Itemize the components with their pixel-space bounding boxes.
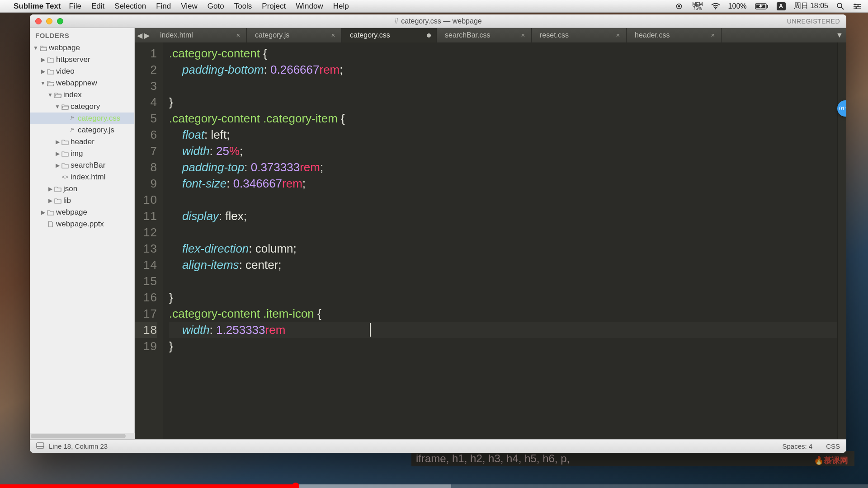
disclosure-triangle-icon[interactable]: ▶	[47, 197, 53, 204]
disclosure-triangle-icon[interactable]: ▶	[40, 68, 46, 75]
playhead-knob[interactable]	[292, 483, 299, 488]
menu-tools[interactable]: Tools	[234, 2, 252, 11]
tab-category-js[interactable]: category.js×	[247, 28, 342, 42]
code-line[interactable]: }	[169, 94, 837, 110]
code-line[interactable]: display: flex;	[169, 208, 837, 224]
code-line[interactable]: flex-direction: column;	[169, 240, 837, 257]
close-tab-icon[interactable]: ×	[709, 31, 717, 38]
disclosure-triangle-icon[interactable]: ▼	[40, 80, 46, 86]
tab-overflow-menu[interactable]: ▼	[833, 28, 846, 42]
menu-goto[interactable]: Goto	[208, 2, 224, 11]
code-area[interactable]: .category-content { padding-bottom: 0.26…	[163, 42, 837, 439]
code-line[interactable]: align-items: center;	[169, 257, 837, 273]
disclosure-triangle-icon[interactable]: ▶	[40, 56, 46, 63]
tree-item-category[interactable]: ▼category	[30, 101, 134, 113]
scrollbar-thumb[interactable]	[31, 434, 126, 438]
memory-indicator[interactable]: MEM75%	[692, 2, 703, 10]
tree-item-webappnew[interactable]: ▼webappnew	[30, 77, 134, 89]
tree-item-index[interactable]: ▼index	[30, 89, 134, 101]
menu-selection[interactable]: Selection	[114, 2, 146, 11]
menu-find[interactable]: Find	[156, 2, 171, 11]
clock[interactable]: 周日 18:05	[794, 1, 828, 11]
close-tab-icon[interactable]: ×	[235, 31, 242, 38]
line-number[interactable]: 7	[135, 143, 157, 159]
line-number[interactable]: 16	[135, 289, 157, 305]
code-line[interactable]: .category-content .item-icon {	[169, 305, 837, 322]
close-tab-icon[interactable]: ×	[519, 31, 527, 38]
tree-item-webpage[interactable]: ▼webpage	[30, 42, 134, 54]
menu-view[interactable]: View	[181, 2, 198, 11]
line-number[interactable]: 13	[135, 240, 157, 257]
line-number[interactable]: 14	[135, 257, 157, 273]
code-line[interactable]: }	[169, 289, 837, 305]
code-line[interactable]: padding-top: 0.373333rem;	[169, 159, 837, 175]
close-tab-icon[interactable]: ×	[330, 31, 337, 38]
tree-item-index-html[interactable]: <>index.html	[30, 171, 134, 183]
tree-item-json[interactable]: ▶json	[30, 183, 134, 195]
line-number[interactable]: 9	[135, 175, 157, 192]
line-number[interactable]: 11	[135, 208, 157, 224]
close-tab-icon[interactable]: ×	[614, 31, 622, 38]
disclosure-triangle-icon[interactable]: ▶	[54, 162, 61, 169]
line-number[interactable]: 10	[135, 192, 157, 208]
code-line[interactable]: .category-content {	[169, 45, 837, 61]
tab-searchBar-css[interactable]: searchBar.css×	[437, 28, 532, 42]
code-line[interactable]	[169, 192, 837, 208]
tree-item-video[interactable]: ▶video	[30, 66, 134, 77]
tree-item-httpserver[interactable]: ▶httpserver	[30, 54, 134, 66]
tree-item-header[interactable]: ▶header	[30, 136, 134, 148]
line-number[interactable]: 15	[135, 273, 157, 289]
menu-edit[interactable]: Edit	[91, 2, 104, 11]
code-line[interactable]: font-size: 0.346667rem;	[169, 175, 837, 192]
control-center-icon[interactable]	[853, 3, 862, 9]
menu-file[interactable]: File	[69, 2, 81, 11]
code-line[interactable]: width: 25%;	[169, 143, 837, 159]
menu-help[interactable]: Help	[333, 2, 349, 11]
syntax-setting[interactable]: CSS	[826, 442, 840, 450]
line-number[interactable]: 17	[135, 305, 157, 322]
battery-icon[interactable]	[755, 3, 769, 9]
disclosure-triangle-icon[interactable]: ▶	[40, 209, 46, 216]
indentation-setting[interactable]: Spaces: 4	[782, 442, 812, 450]
line-number[interactable]: 19	[135, 338, 157, 354]
tab-category-css[interactable]: category.css	[342, 28, 437, 42]
video-progress-bar[interactable]	[0, 484, 868, 488]
disclosure-triangle-icon[interactable]: ▼	[33, 45, 39, 51]
tree-item-webpage[interactable]: ▶webpage	[30, 206, 134, 218]
code-editor[interactable]: 12345678910111213141516171819 .category-…	[135, 42, 846, 439]
line-number[interactable]: 4	[135, 94, 157, 110]
tab-reset-css[interactable]: reset.css×	[532, 28, 627, 42]
tree-item-category-js[interactable]: /*category.js	[30, 124, 134, 136]
cursor-position[interactable]: Line 18, Column 23	[49, 442, 108, 450]
screen-record-icon[interactable]	[676, 3, 684, 9]
code-line[interactable]: .category-content .category-item {	[169, 110, 837, 127]
tab-index-html[interactable]: index.html×	[152, 28, 247, 42]
code-line[interactable]	[169, 224, 837, 240]
tree-item-img[interactable]: ▶img	[30, 148, 134, 160]
input-source-icon[interactable]: A	[777, 2, 786, 10]
disclosure-triangle-icon[interactable]: ▶	[47, 186, 53, 192]
tree-item-webpage-pptx[interactable]: webpage.pptx	[30, 218, 134, 230]
tree-item-category-css[interactable]: /*category.css	[30, 113, 134, 124]
window-titlebar[interactable]: #category.css — webpage UNREGISTERED	[30, 14, 846, 28]
menu-window[interactable]: Window	[296, 2, 323, 11]
line-number[interactable]: 2	[135, 61, 157, 78]
wifi-icon[interactable]	[711, 3, 720, 9]
disclosure-triangle-icon[interactable]: ▼	[47, 92, 53, 98]
line-number[interactable]: 6	[135, 127, 157, 143]
line-number[interactable]: 5	[135, 110, 157, 127]
code-line[interactable]	[169, 78, 837, 94]
menu-project[interactable]: Project	[262, 2, 286, 11]
line-number[interactable]: 12	[135, 224, 157, 240]
sidebar-hscrollbar[interactable]	[30, 433, 135, 439]
tab-header-css[interactable]: header.css×	[627, 28, 722, 42]
code-line[interactable]: }	[169, 338, 837, 354]
line-number[interactable]: 1	[135, 45, 157, 61]
code-line[interactable]: padding-bottom: 0.266667rem;	[169, 61, 837, 78]
code-line[interactable]: width: 1.253333rem	[169, 322, 837, 338]
code-line[interactable]: float: left;	[169, 127, 837, 143]
disclosure-triangle-icon[interactable]: ▼	[54, 103, 61, 110]
spotlight-icon[interactable]	[836, 2, 844, 10]
line-number[interactable]: 3	[135, 78, 157, 94]
disclosure-triangle-icon[interactable]: ▶	[54, 150, 61, 157]
